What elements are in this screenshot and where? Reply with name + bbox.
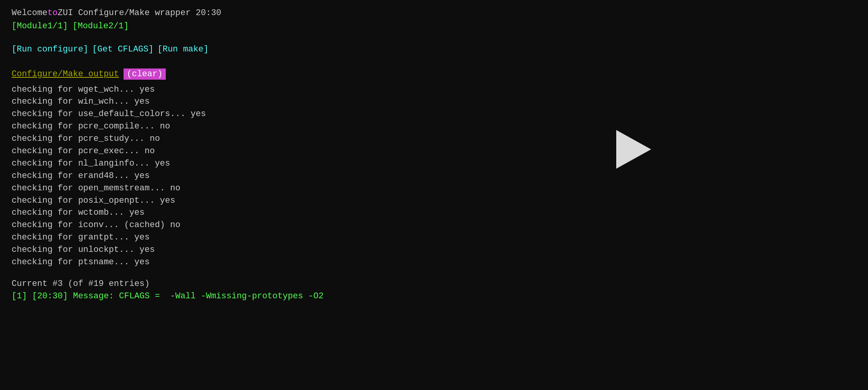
output-line-6: checking for pcre_exec... no	[12, 145, 856, 157]
to-word: to	[47, 7, 57, 19]
play-button-container	[616, 130, 655, 173]
output-line-15: checking for ptsname... yes	[12, 256, 856, 269]
welcome-suffix: ZUI Configure/Make wrapper 20:30	[58, 7, 221, 19]
terminal-container: Welcome to ZUI Configure/Make wrapper 20…	[12, 7, 856, 303]
current-entry-line: Current #3 (of #19 entries)	[12, 278, 856, 290]
get-cflags-link[interactable]: [Get CFLAGS]	[92, 43, 153, 56]
output-area: checking for wget_wch... yes checking fo…	[12, 84, 856, 269]
message-line: [1] [20:30] Message: CFLAGS = -Wall -Wmi…	[12, 290, 856, 303]
run-make-link[interactable]: [Run make]	[157, 43, 208, 56]
section-header: Configure/Make output (clear)	[12, 68, 856, 80]
output-line-1: checking for wget_wch... yes	[12, 84, 856, 96]
output-line-5: checking for pcre_study... no	[12, 133, 856, 145]
output-line-2: checking for win_wch... yes	[12, 96, 856, 108]
status-area: Current #3 (of #19 entries) [1] [20:30] …	[12, 278, 856, 303]
run-configure-link[interactable]: [Run configure]	[12, 43, 88, 56]
section-title: Configure/Make output	[12, 68, 119, 80]
module1-link[interactable]: [Module1/1]	[12, 20, 68, 32]
output-line-7: checking for nl_langinfo... yes	[12, 157, 856, 170]
play-button[interactable]	[616, 130, 655, 169]
clear-button[interactable]: (clear)	[124, 68, 165, 80]
module-links: [Module1/1] [Module2/1]	[12, 20, 856, 32]
welcome-line: Welcome to ZUI Configure/Make wrapper 20…	[12, 7, 856, 19]
output-line-8: checking for erand48... yes	[12, 170, 856, 182]
play-icon	[616, 130, 651, 169]
output-line-3: checking for use_default_colors... yes	[12, 108, 856, 120]
output-line-9: checking for open_memstream... no	[12, 182, 856, 195]
output-line-10: checking for posix_openpt... yes	[12, 195, 856, 207]
output-line-4: checking for pcre_compile... no	[12, 120, 856, 133]
output-line-11: checking for wctomb... yes	[12, 207, 856, 219]
module2-link[interactable]: [Module2/1]	[72, 20, 129, 32]
welcome-prefix: Welcome	[12, 7, 47, 19]
output-line-14: checking for unlockpt... yes	[12, 244, 856, 256]
output-line-13: checking for grantpt... yes	[12, 231, 856, 244]
action-links: [Run configure] [Get CFLAGS] [Run make]	[12, 43, 856, 56]
output-line-12: checking for iconv... (cached) no	[12, 219, 856, 231]
